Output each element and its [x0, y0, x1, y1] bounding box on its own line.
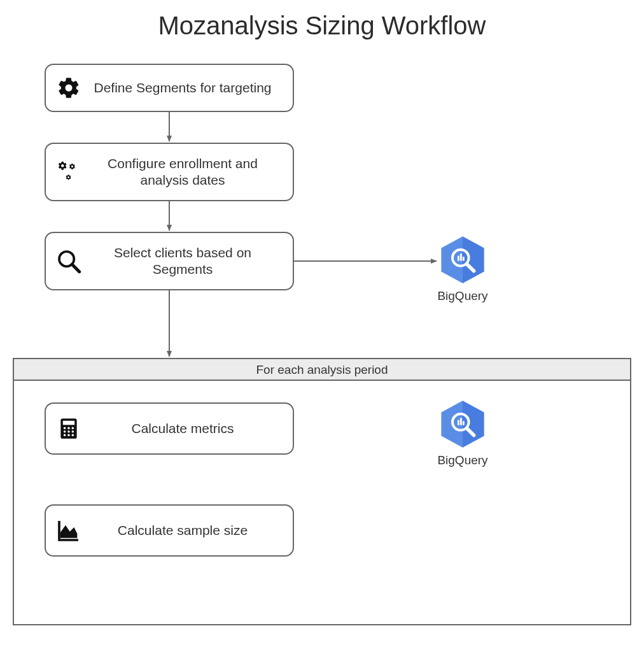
node-label: Calculate sample size	[88, 522, 284, 539]
svg-rect-14	[463, 257, 465, 260]
bigquery-icon	[437, 399, 488, 450]
svg-point-23	[72, 430, 74, 432]
svg-point-20	[72, 427, 74, 429]
node-calc-metrics: Calculate metrics	[45, 402, 294, 455]
svg-point-18	[64, 427, 66, 429]
bigquery-label: BigQuery	[428, 453, 498, 467]
svg-rect-13	[460, 253, 462, 260]
svg-rect-17	[63, 421, 74, 425]
magnifier-icon	[55, 247, 83, 275]
node-label: Define Segments for targeting	[88, 80, 284, 96]
node-label: Select clients based on Segments	[88, 245, 284, 278]
calculator-icon	[55, 415, 83, 443]
bigquery-icon	[437, 234, 488, 285]
svg-rect-31	[460, 418, 462, 425]
svg-point-26	[72, 434, 74, 436]
svg-point-21	[64, 430, 66, 432]
gears-icon	[55, 158, 83, 186]
node-configure-enrollment: Configure enrollment and analysis dates	[45, 143, 294, 201]
diagram-title: Mozanalysis Sizing Workflow	[0, 11, 644, 40]
svg-marker-10	[463, 236, 484, 283]
svg-point-24	[64, 434, 66, 436]
gear-icon	[55, 74, 83, 102]
bigquery-target-2: BigQuery	[428, 399, 498, 467]
svg-rect-12	[458, 256, 459, 261]
bigquery-target-1: BigQuery	[428, 234, 498, 303]
svg-marker-28	[463, 401, 484, 448]
svg-point-19	[67, 427, 69, 429]
svg-point-22	[67, 430, 69, 432]
container-analysis-period: For each analysis period	[13, 358, 631, 625]
node-label: Configure enrollment and analysis dates	[88, 155, 284, 189]
node-label: Calculate metrics	[88, 420, 284, 437]
svg-point-25	[67, 434, 69, 436]
node-select-clients: Select clients based on Segments	[45, 232, 294, 290]
svg-line-8	[72, 264, 79, 271]
svg-rect-30	[458, 420, 459, 425]
bigquery-label: BigQuery	[428, 289, 498, 303]
area-chart-icon	[55, 516, 83, 544]
svg-rect-32	[463, 421, 465, 425]
node-define-segments: Define Segments for targeting	[45, 64, 294, 112]
container-header: For each analysis period	[14, 359, 630, 381]
node-calc-sample-size: Calculate sample size	[45, 504, 294, 557]
